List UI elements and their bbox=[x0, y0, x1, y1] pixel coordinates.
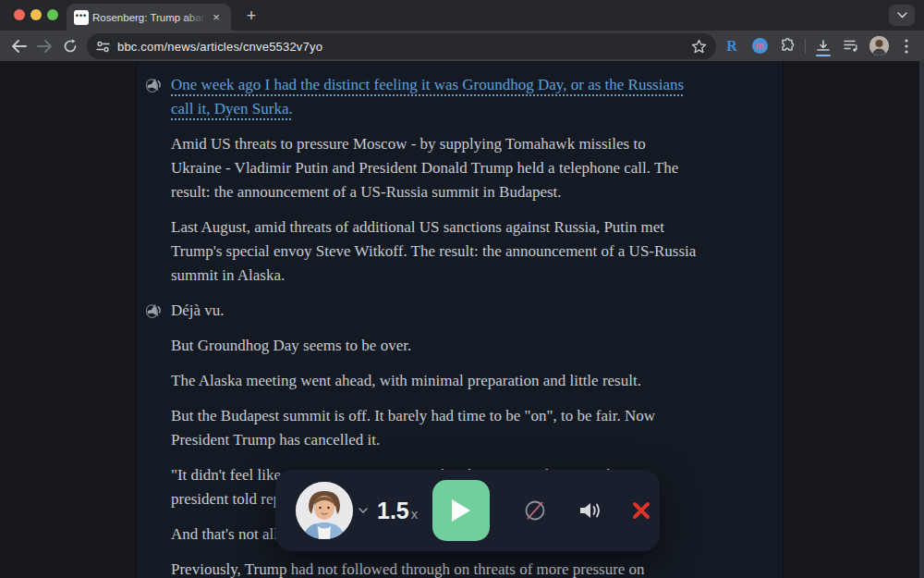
article-text-line: The Alaska meeting went ahead, with mini… bbox=[171, 369, 768, 393]
bbc-news-favicon-icon: ••• bbox=[74, 10, 89, 25]
article-paragraph: Previously, Trump had not followed throu… bbox=[171, 558, 768, 578]
window-minimize-button[interactable] bbox=[30, 9, 42, 20]
url-text[interactable]: bbc.com/news/articles/cnve5532v7yo bbox=[117, 40, 691, 54]
volume-icon bbox=[578, 500, 602, 521]
kebab-menu-icon bbox=[905, 39, 908, 54]
bookmark-star-icon[interactable] bbox=[691, 39, 707, 54]
profile-button[interactable] bbox=[867, 34, 891, 58]
extensions-menu-button[interactable] bbox=[775, 34, 799, 58]
article-text-line: call it, Dyen Surka. bbox=[171, 97, 768, 121]
tab-search-button[interactable] bbox=[889, 5, 915, 26]
extension-r-button[interactable]: R bbox=[720, 34, 744, 58]
extension-m-button[interactable]: m bbox=[748, 34, 772, 58]
article-paragraph: Déjà vu. bbox=[171, 299, 768, 323]
back-button[interactable] bbox=[6, 33, 31, 59]
chevron-down-icon bbox=[897, 12, 907, 18]
chevron-down-icon bbox=[359, 508, 368, 513]
article-text-line: But Groundhog Day seems to be over. bbox=[171, 334, 768, 358]
article-text-line: Amid US threats to pressure Moscow - by … bbox=[171, 132, 768, 156]
tab-close-icon[interactable]: × bbox=[209, 10, 224, 25]
volume-button[interactable] bbox=[578, 500, 602, 521]
extensions-area: R m bbox=[718, 31, 924, 61]
speaker-icon[interactable] bbox=[142, 299, 167, 324]
reload-icon bbox=[63, 39, 78, 54]
toolbar-separator bbox=[805, 39, 806, 54]
article-text-line: But the Budapest summit is off. It barel… bbox=[171, 404, 768, 428]
speed-unit: x bbox=[411, 506, 419, 522]
article-text-line: Previously, Trump had not followed throu… bbox=[171, 558, 768, 578]
disable-highlight-button[interactable] bbox=[523, 498, 547, 523]
tab-title: Rosenberg: Trump abandons bbox=[92, 11, 205, 24]
article-text-line: summit in Alaska. bbox=[171, 264, 768, 288]
reload-button[interactable] bbox=[57, 33, 83, 59]
article-text-line: President Trump has cancelled it. bbox=[171, 428, 768, 452]
reading-list-button[interactable] bbox=[839, 34, 863, 58]
new-tab-button[interactable]: + bbox=[240, 6, 262, 28]
play-button[interactable] bbox=[432, 480, 490, 541]
active-tab[interactable]: ••• Rosenberg: Trump abandons × bbox=[67, 4, 231, 31]
window-zoom-button[interactable] bbox=[47, 9, 58, 20]
article-text-line: result: the announcement of a US-Russia … bbox=[171, 180, 768, 204]
download-icon bbox=[816, 40, 831, 53]
page-scrollbar[interactable] bbox=[919, 61, 924, 578]
r-extension-icon: R bbox=[726, 38, 737, 55]
slash-circle-icon bbox=[523, 498, 547, 523]
playback-speed-button[interactable]: 1.5 x bbox=[377, 498, 418, 524]
article-text-line: Déjà vu. bbox=[171, 299, 768, 323]
back-arrow-icon bbox=[11, 40, 27, 53]
article-paragraph: But Groundhog Day seems to be over. bbox=[171, 334, 768, 358]
window-close-button[interactable] bbox=[14, 9, 25, 20]
article-text-line: One week ago I had the distinct feeling … bbox=[171, 73, 768, 97]
download-progress-indicator bbox=[816, 55, 831, 56]
close-player-button[interactable] bbox=[632, 501, 650, 520]
browser-window: ••• Rosenberg: Trump abandons × + bbox=[0, 0, 924, 578]
media-list-icon bbox=[844, 39, 859, 53]
page-content: One week ago I had the distinct feeling … bbox=[0, 61, 924, 578]
speed-value: 1.5 bbox=[377, 498, 409, 524]
play-icon bbox=[450, 498, 472, 523]
downloads-button[interactable] bbox=[811, 34, 835, 58]
puzzle-icon bbox=[780, 38, 796, 54]
tab-strip: ••• Rosenberg: Trump abandons × + bbox=[0, 0, 924, 31]
voice-avatar[interactable] bbox=[296, 482, 353, 539]
article-paragraph: The Alaska meeting went ahead, with mini… bbox=[171, 369, 768, 393]
close-icon bbox=[632, 501, 650, 520]
browser-menu-button[interactable] bbox=[894, 34, 918, 58]
forward-button[interactable] bbox=[31, 33, 57, 59]
voice-select-button[interactable] bbox=[359, 508, 368, 513]
address-bar[interactable]: bbc.com/news/articles/cnve5532v7yo bbox=[87, 33, 716, 59]
site-settings-icon[interactable] bbox=[96, 41, 110, 53]
article-paragraph: But the Budapest summit is off. It barel… bbox=[171, 404, 768, 452]
read-aloud-player: 1.5 x bbox=[275, 470, 660, 551]
speaker-icon[interactable] bbox=[142, 73, 167, 98]
m-extension-icon: m bbox=[752, 38, 768, 54]
article-link-paragraph[interactable]: One week ago I had the distinct feeling … bbox=[171, 73, 768, 121]
article-paragraph: Amid US threats to pressure Moscow - by … bbox=[171, 132, 768, 204]
browser-toolbar: bbc.com/news/articles/cnve5532v7yo R m bbox=[0, 31, 924, 61]
article-paragraph: Last August, amid threats of additional … bbox=[171, 215, 768, 288]
forward-arrow-icon bbox=[37, 40, 53, 53]
article-text-line: Ukraine - Vladimir Putin and President D… bbox=[171, 156, 768, 180]
article-text-line: Last August, amid threats of additional … bbox=[171, 215, 768, 240]
profile-avatar bbox=[869, 36, 889, 55]
article-text-line: Trump's special envoy Steve Witkoff. The… bbox=[171, 240, 768, 264]
